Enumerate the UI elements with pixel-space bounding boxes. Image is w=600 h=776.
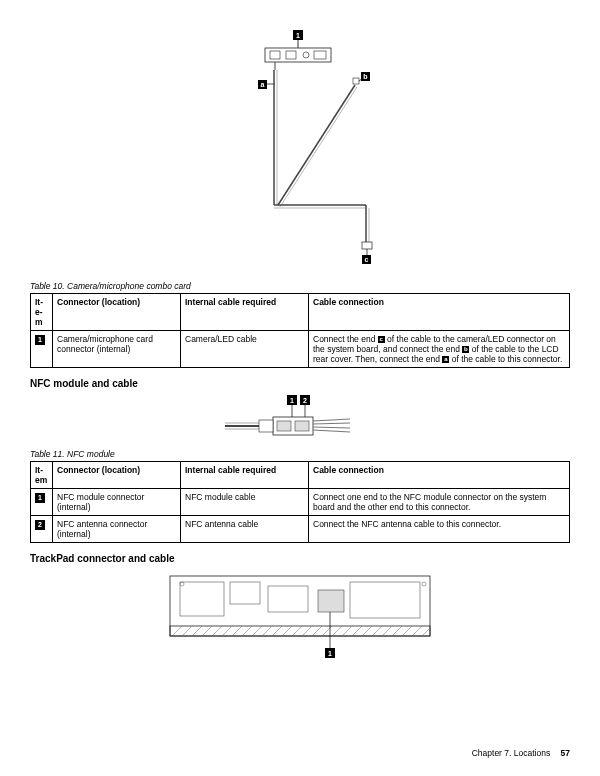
svg-line-44 [313,430,350,432]
svg-line-55 [182,626,192,636]
item-callout: 1 [35,493,45,503]
svg-rect-40 [259,420,273,432]
th-connector: Connector (location) [53,294,181,331]
chapter-label: Chapter 7. Locations [472,748,550,758]
item-callout: 2 [35,520,45,530]
svg-text:a: a [261,81,265,88]
svg-line-67 [302,626,312,636]
svg-text:c: c [365,256,369,263]
svg-text:1: 1 [296,32,300,39]
svg-point-52 [422,582,426,586]
table-row: 1 NFC module connector (internal) NFC mo… [31,489,570,516]
svg-text:b: b [363,73,367,80]
svg-line-15 [280,87,357,207]
svg-rect-36 [295,421,309,431]
svg-line-72 [352,626,362,636]
cell-connection: Connect the NFC antenna cable to this co… [309,516,570,543]
svg-text:1: 1 [328,650,332,657]
svg-rect-49 [318,590,344,612]
svg-line-75 [382,626,392,636]
svg-line-71 [342,626,352,636]
svg-line-54 [172,626,182,636]
svg-line-70 [332,626,342,636]
table-header-row: It- em Connector (location) Internal cab… [31,462,570,489]
table-row: 2 NFC antenna connector (internal) NFC a… [31,516,570,543]
svg-line-58 [212,626,222,636]
svg-line-42 [313,423,350,424]
svg-line-73 [362,626,372,636]
th-item: It- em [31,462,53,489]
svg-line-64 [272,626,282,636]
table10-caption: Table 10. Camera/microphone combo card [30,281,570,291]
table10: It- e- m Connector (location) Internal c… [30,293,570,368]
cell-cable: Camera/LED cable [181,331,309,368]
cell-connector: NFC module connector (internal) [53,489,181,516]
svg-rect-16 [353,78,359,84]
table11-caption: Table 11. NFC module [30,449,570,459]
camera-mic-diagram: 1 a b c [30,30,570,275]
page-footer: Chapter 7. Locations 57 [472,748,570,758]
svg-line-66 [292,626,302,636]
page-number: 57 [561,748,570,758]
svg-point-51 [180,582,184,586]
svg-line-69 [322,626,332,636]
svg-rect-24 [362,242,372,249]
trackpad-diagram: 1 [30,570,570,662]
cell-connection: Connect the end c of the cable to the ca… [309,331,570,368]
svg-line-59 [222,626,232,636]
th-connector: Connector (location) [53,462,181,489]
svg-rect-48 [268,586,308,612]
svg-line-14 [278,85,355,205]
cell-cable: NFC antenna cable [181,516,309,543]
trackpad-svg: 1 [160,570,440,662]
svg-rect-35 [277,421,291,431]
svg-rect-5 [286,51,296,59]
th-cable: Internal cable required [181,294,309,331]
svg-line-41 [313,419,350,421]
svg-line-65 [282,626,292,636]
th-item: It- e- m [31,294,53,331]
th-connection: Cable connection [309,294,570,331]
cell-connector: NFC antenna connector (internal) [53,516,181,543]
item-callout: 1 [35,335,45,345]
svg-line-77 [402,626,412,636]
cell-connector: Camera/microphone card connector (intern… [53,331,181,368]
svg-rect-47 [230,582,260,604]
svg-line-57 [202,626,212,636]
svg-rect-7 [314,51,326,59]
svg-rect-53 [170,626,430,636]
svg-line-78 [412,626,422,636]
svg-line-62 [252,626,262,636]
inline-c-icon: c [378,336,385,343]
svg-text:1: 1 [290,397,294,404]
svg-line-43 [313,427,350,428]
cell-connection: Connect one end to the NFC module connec… [309,489,570,516]
svg-point-6 [303,52,309,58]
svg-line-74 [372,626,382,636]
table-header-row: It- e- m Connector (location) Internal c… [31,294,570,331]
th-cable: Internal cable required [181,462,309,489]
svg-text:2: 2 [303,397,307,404]
svg-line-61 [242,626,252,636]
svg-line-60 [232,626,242,636]
svg-line-63 [262,626,272,636]
th-connection: Cable connection [309,462,570,489]
svg-rect-3 [265,48,331,62]
nfc-heading: NFC module and cable [30,378,570,389]
svg-rect-46 [180,582,224,616]
svg-rect-4 [270,51,280,59]
svg-line-76 [392,626,402,636]
table11: It- em Connector (location) Internal cab… [30,461,570,543]
camera-mic-svg: 1 a b c [170,30,430,275]
svg-line-56 [192,626,202,636]
trackpad-heading: TrackPad connector and cable [30,553,570,564]
cell-cable: NFC module cable [181,489,309,516]
svg-line-79 [422,628,430,636]
svg-line-68 [312,626,322,636]
svg-rect-50 [350,582,420,618]
nfc-diagram: 1 2 [30,395,570,443]
table-row: 1 Camera/microphone card connector (inte… [31,331,570,368]
nfc-svg: 1 2 [215,395,385,443]
